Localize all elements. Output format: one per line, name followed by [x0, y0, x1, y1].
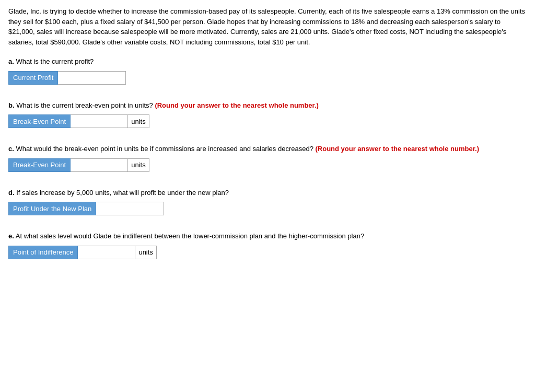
question-d-label: d. If sales increase by 5,000 units, wha… — [8, 188, 527, 198]
current-profit-label: Current Profit — [8, 71, 58, 85]
question-c-input-row: Break-Even Point units — [8, 158, 527, 172]
break-even-point-label-c: Break-Even Point — [8, 158, 71, 172]
question-c-label: c. What would the break-even point in un… — [8, 144, 527, 154]
question-c-text: What would the break-even point in units… — [14, 145, 313, 153]
question-e-prefix: e. — [8, 232, 14, 240]
units-label-b: units — [128, 114, 149, 128]
question-c-emphasis: (Round your answer to the nearest whole … — [313, 145, 479, 153]
question-b-block: b. What is the current break-even point … — [8, 100, 527, 129]
question-d-text: If sales increase by 5,000 units, what w… — [15, 189, 229, 197]
question-e-block: e. At what sales level would Glade be in… — [8, 231, 527, 259]
question-d-prefix: d. — [8, 189, 15, 197]
point-of-indifference-label: Point of Indifference — [8, 246, 78, 259]
question-d-input-row: Profit Under the New Plan — [8, 202, 527, 215]
break-even-point-label-b: Break-Even Point — [8, 114, 71, 128]
current-profit-input[interactable] — [58, 71, 126, 85]
point-of-indifference-input[interactable] — [78, 246, 135, 259]
units-label-c: units — [128, 158, 149, 172]
break-even-point-input-b[interactable] — [71, 114, 128, 128]
question-e-label: e. At what sales level would Glade be in… — [8, 231, 527, 241]
question-e-text: At what sales level would Glade be indif… — [14, 232, 364, 240]
question-a-label: a. What is the current profit? — [8, 56, 527, 67]
profit-new-plan-label: Profit Under the New Plan — [8, 202, 96, 215]
question-a-text: What is the current profit? — [14, 57, 94, 65]
break-even-point-input-c[interactable] — [71, 158, 128, 172]
question-c-prefix: c. — [8, 145, 14, 153]
intro-paragraph: Glade, Inc. is trying to decide whether … — [8, 6, 527, 47]
question-e-input-row: Point of Indifference units — [8, 246, 527, 259]
units-label-e: units — [135, 246, 156, 259]
question-b-input-row: Break-Even Point units — [8, 114, 527, 128]
question-d-block: d. If sales increase by 5,000 units, wha… — [8, 188, 527, 216]
question-a-input-row: Current Profit — [8, 71, 527, 85]
question-b-text: What is the current break-even point in … — [15, 101, 153, 109]
question-a-prefix: a. — [8, 57, 14, 65]
question-a-block: a. What is the current profit? Current P… — [8, 56, 527, 85]
question-b-prefix: b. — [8, 101, 15, 109]
question-b-label: b. What is the current break-even point … — [8, 100, 527, 111]
profit-new-plan-input[interactable] — [96, 202, 164, 215]
question-b-emphasis: (Round your answer to the nearest whole … — [153, 101, 319, 109]
question-c-block: c. What would the break-even point in un… — [8, 144, 527, 172]
